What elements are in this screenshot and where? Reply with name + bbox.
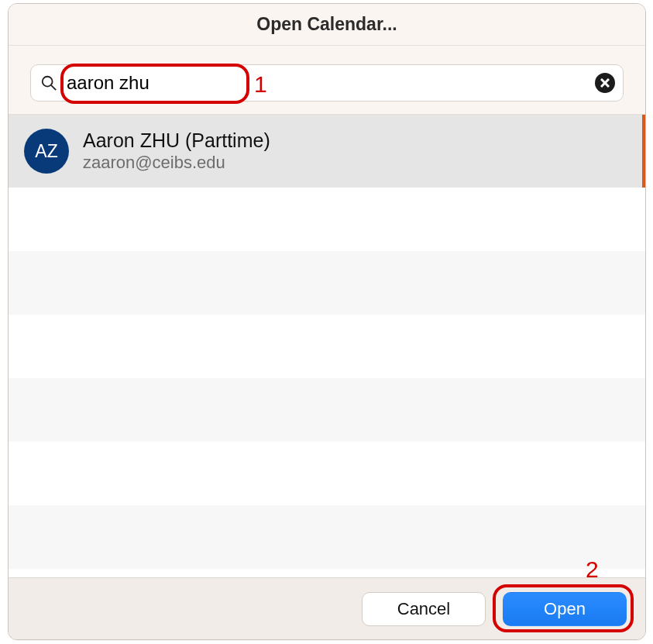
dialog-title: Open Calendar... <box>256 14 397 35</box>
list-item <box>9 315 645 378</box>
avatar-initials: AZ <box>35 141 57 162</box>
person-name: Aaron ZHU (Parttime) <box>83 129 270 152</box>
list-item <box>9 442 645 505</box>
dialog-titlebar: Open Calendar... <box>9 4 645 46</box>
selection-edge-indicator <box>642 115 645 188</box>
search-field[interactable] <box>30 64 624 102</box>
open-button[interactable]: Open <box>503 592 627 626</box>
result-row[interactable]: AZ Aaron ZHU (Parttime) zaaron@ceibs.edu <box>9 115 645 188</box>
avatar: AZ <box>24 129 69 174</box>
open-button-label: Open <box>544 599 586 619</box>
person-email: zaaron@ceibs.edu <box>83 153 270 173</box>
svg-point-0 <box>43 77 53 87</box>
list-item <box>9 378 645 442</box>
svg-line-1 <box>51 85 56 90</box>
results-list: AZ Aaron ZHU (Parttime) zaaron@ceibs.edu <box>9 114 645 577</box>
list-item <box>9 505 645 569</box>
open-calendar-dialog: Open Calendar... AZ Aaron ZHU (Parttime) <box>8 3 646 640</box>
dialog-footer: Cancel Open <box>9 577 645 639</box>
search-input[interactable] <box>65 72 586 94</box>
clear-search-button[interactable] <box>595 73 615 93</box>
result-text: Aaron ZHU (Parttime) zaaron@ceibs.edu <box>83 129 270 174</box>
list-item <box>9 251 645 315</box>
cancel-button[interactable]: Cancel <box>362 592 486 626</box>
close-icon <box>600 78 610 88</box>
cancel-button-label: Cancel <box>397 599 450 619</box>
search-area <box>9 46 645 114</box>
list-item <box>9 188 645 251</box>
search-icon <box>40 74 57 91</box>
